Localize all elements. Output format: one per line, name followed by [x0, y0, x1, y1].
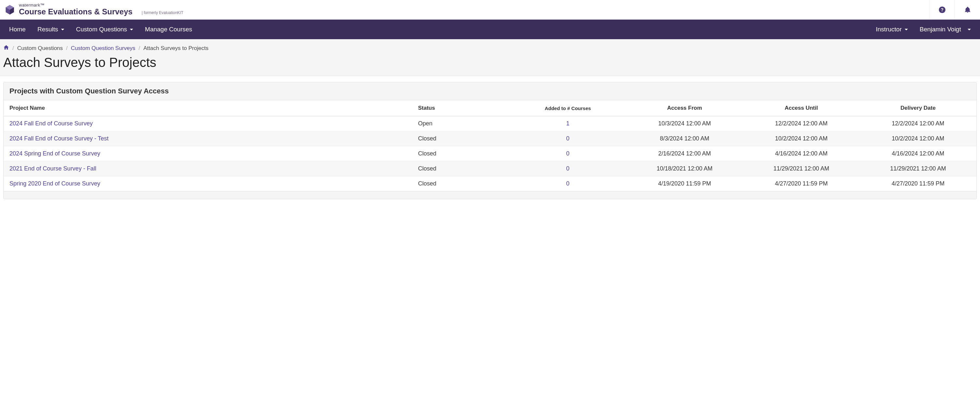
courses-count-link[interactable]: 1: [566, 120, 570, 127]
table-row: 2024 Spring End of Course SurveyClosed02…: [3, 146, 977, 161]
content-wrap: Projects with Custom Question Survey Acc…: [0, 76, 980, 205]
brand-text-main: Course Evaluations & Surveys: [19, 8, 132, 16]
delivery-date-cell: 10/2/2024 12:00 AM: [860, 131, 977, 146]
nav-role-selector[interactable]: Instructor: [870, 19, 914, 39]
table-row: 2021 End of Course Survey - FallClosed01…: [3, 161, 977, 176]
courses-count-cell: 0: [509, 131, 626, 146]
breadcrumb-sep: /: [66, 45, 68, 52]
delivery-date-cell: 4/16/2024 12:00 AM: [860, 146, 977, 161]
brand-logo-icon: [4, 4, 16, 16]
project-name-link[interactable]: Spring 2020 End of Course Survey: [3, 176, 412, 192]
brand-text-top: watermark™: [19, 3, 132, 8]
nav-manage-courses[interactable]: Manage Courses: [139, 19, 198, 39]
top-actions: ?: [929, 0, 980, 19]
bell-icon: [964, 6, 971, 13]
col-project-name[interactable]: Project Name: [3, 100, 412, 116]
main-nav: Home Results Custom Questions Manage Cou…: [0, 19, 980, 39]
col-access-until[interactable]: Access Until: [743, 100, 860, 116]
status-cell: Closed: [412, 161, 509, 176]
access-from-cell: 2/16/2024 12:00 AM: [626, 146, 743, 161]
nav-left: Home Results Custom Questions Manage Cou…: [3, 19, 198, 39]
home-icon: [3, 45, 9, 50]
breadcrumb-bar: / Custom Questions / Custom Question Sur…: [0, 39, 980, 52]
delivery-date-cell: 12/2/2024 12:00 AM: [860, 116, 977, 131]
courses-count-link[interactable]: 0: [566, 135, 570, 142]
table-row: Spring 2020 End of Course SurveyClosed04…: [3, 176, 977, 192]
project-name-link[interactable]: 2021 End of Course Survey - Fall: [3, 161, 412, 176]
nav-user-menu[interactable]: Benjamin Voigt: [914, 19, 977, 39]
access-from-cell: 10/18/2021 12:00 AM: [626, 161, 743, 176]
chevron-down-icon: [130, 29, 133, 30]
courses-count-link[interactable]: 0: [566, 180, 570, 187]
courses-count-cell: 1: [509, 116, 626, 131]
courses-count-link[interactable]: 0: [566, 150, 570, 157]
breadcrumb-home[interactable]: [3, 45, 9, 52]
projects-panel: Projects with Custom Question Survey Acc…: [3, 82, 977, 199]
col-access-from[interactable]: Access From: [626, 100, 743, 116]
notifications-button[interactable]: [955, 0, 980, 19]
nav-results[interactable]: Results: [32, 19, 70, 39]
breadcrumb-sep: /: [138, 45, 140, 52]
nav-right: Instructor Benjamin Voigt: [870, 19, 977, 39]
status-cell: Closed: [412, 176, 509, 192]
courses-count-cell: 0: [509, 176, 626, 192]
svg-text:?: ?: [940, 7, 943, 12]
status-cell: Open: [412, 116, 509, 131]
access-from-cell: 8/3/2024 12:00 AM: [626, 131, 743, 146]
col-status[interactable]: Status: [412, 100, 509, 116]
courses-count-cell: 0: [509, 161, 626, 176]
help-icon: ?: [939, 6, 946, 13]
col-added-courses[interactable]: Added to # Courses: [509, 100, 626, 116]
project-name-link[interactable]: 2024 Fall End of Course Survey: [3, 116, 412, 131]
access-until-cell: 4/16/2024 12:00 AM: [743, 146, 860, 161]
chevron-down-icon: [61, 29, 64, 30]
chevron-down-icon: [905, 29, 908, 30]
help-button[interactable]: ?: [929, 0, 955, 19]
breadcrumb-item-2[interactable]: Custom Question Surveys: [71, 45, 135, 52]
nav-home[interactable]: Home: [3, 19, 32, 39]
panel-heading: Projects with Custom Question Survey Acc…: [3, 82, 977, 100]
nav-custom-questions[interactable]: Custom Questions: [70, 19, 139, 39]
table-row: 2024 Fall End of Course Survey - TestClo…: [3, 131, 977, 146]
panel-footer: [3, 191, 977, 199]
projects-table: Project Name Status Added to # Courses A…: [3, 100, 977, 191]
breadcrumb-sep: /: [13, 45, 14, 52]
col-delivery-date[interactable]: Delivery Date: [860, 100, 977, 116]
access-until-cell: 4/27/2020 11:59 PM: [743, 176, 860, 192]
table-header-row: Project Name Status Added to # Courses A…: [3, 100, 977, 116]
top-header: watermark™ Course Evaluations & Surveys …: [0, 0, 980, 19]
project-name-link[interactable]: 2024 Spring End of Course Survey: [3, 146, 412, 161]
access-until-cell: 12/2/2024 12:00 AM: [743, 116, 860, 131]
access-from-cell: 4/19/2020 11:59 PM: [626, 176, 743, 192]
breadcrumb: / Custom Questions / Custom Question Sur…: [3, 45, 977, 52]
courses-count-link[interactable]: 0: [566, 165, 570, 172]
breadcrumb-item-3: Attach Surveys to Projects: [143, 45, 208, 52]
brand-area: watermark™ Course Evaluations & Surveys …: [4, 3, 183, 16]
status-cell: Closed: [412, 146, 509, 161]
breadcrumb-item-1: Custom Questions: [17, 45, 63, 52]
status-cell: Closed: [412, 131, 509, 146]
delivery-date-cell: 4/27/2020 11:59 PM: [860, 176, 977, 192]
table-row: 2024 Fall End of Course SurveyOpen110/3/…: [3, 116, 977, 131]
courses-count-cell: 0: [509, 146, 626, 161]
page-title: Attach Surveys to Projects: [0, 52, 980, 76]
chevron-down-icon: [967, 29, 971, 30]
project-name-link[interactable]: 2024 Fall End of Course Survey - Test: [3, 131, 412, 146]
access-until-cell: 10/2/2024 12:00 AM: [743, 131, 860, 146]
delivery-date-cell: 11/29/2021 12:00 AM: [860, 161, 977, 176]
brand-text: watermark™ Course Evaluations & Surveys: [19, 3, 132, 16]
access-from-cell: 10/3/2024 12:00 AM: [626, 116, 743, 131]
brand-suffix: | formerly EvaluationKIT: [142, 10, 183, 16]
access-until-cell: 11/29/2021 12:00 AM: [743, 161, 860, 176]
